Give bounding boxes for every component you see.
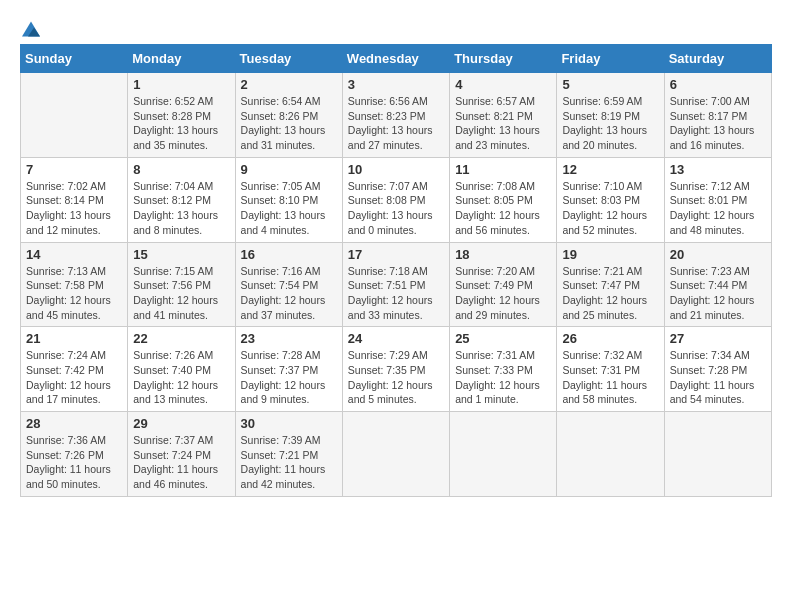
header-day-tuesday: Tuesday bbox=[235, 45, 342, 73]
day-info: Sunrise: 7:07 AMSunset: 8:08 PMDaylight:… bbox=[348, 179, 444, 238]
calendar-cell: 29Sunrise: 7:37 AMSunset: 7:24 PMDayligh… bbox=[128, 412, 235, 497]
calendar-cell: 28Sunrise: 7:36 AMSunset: 7:26 PMDayligh… bbox=[21, 412, 128, 497]
calendar-cell: 2Sunrise: 6:54 AMSunset: 8:26 PMDaylight… bbox=[235, 73, 342, 158]
logo-icon bbox=[22, 20, 40, 38]
day-number: 24 bbox=[348, 331, 444, 346]
calendar-header-row: SundayMondayTuesdayWednesdayThursdayFrid… bbox=[21, 45, 772, 73]
day-number: 12 bbox=[562, 162, 658, 177]
day-number: 4 bbox=[455, 77, 551, 92]
day-info: Sunrise: 7:21 AMSunset: 7:47 PMDaylight:… bbox=[562, 264, 658, 323]
day-number: 7 bbox=[26, 162, 122, 177]
calendar-cell: 14Sunrise: 7:13 AMSunset: 7:58 PMDayligh… bbox=[21, 242, 128, 327]
day-info: Sunrise: 7:12 AMSunset: 8:01 PMDaylight:… bbox=[670, 179, 766, 238]
day-number: 23 bbox=[241, 331, 337, 346]
calendar-cell: 21Sunrise: 7:24 AMSunset: 7:42 PMDayligh… bbox=[21, 327, 128, 412]
day-info: Sunrise: 6:54 AMSunset: 8:26 PMDaylight:… bbox=[241, 94, 337, 153]
calendar-cell bbox=[342, 412, 449, 497]
calendar-cell: 25Sunrise: 7:31 AMSunset: 7:33 PMDayligh… bbox=[450, 327, 557, 412]
calendar-cell: 8Sunrise: 7:04 AMSunset: 8:12 PMDaylight… bbox=[128, 157, 235, 242]
calendar-cell: 12Sunrise: 7:10 AMSunset: 8:03 PMDayligh… bbox=[557, 157, 664, 242]
calendar-cell: 19Sunrise: 7:21 AMSunset: 7:47 PMDayligh… bbox=[557, 242, 664, 327]
day-number: 26 bbox=[562, 331, 658, 346]
day-number: 21 bbox=[26, 331, 122, 346]
calendar-cell: 11Sunrise: 7:08 AMSunset: 8:05 PMDayligh… bbox=[450, 157, 557, 242]
day-info: Sunrise: 7:29 AMSunset: 7:35 PMDaylight:… bbox=[348, 348, 444, 407]
calendar-cell: 3Sunrise: 6:56 AMSunset: 8:23 PMDaylight… bbox=[342, 73, 449, 158]
day-info: Sunrise: 7:31 AMSunset: 7:33 PMDaylight:… bbox=[455, 348, 551, 407]
calendar-cell: 27Sunrise: 7:34 AMSunset: 7:28 PMDayligh… bbox=[664, 327, 771, 412]
day-number: 2 bbox=[241, 77, 337, 92]
day-number: 29 bbox=[133, 416, 229, 431]
day-number: 14 bbox=[26, 247, 122, 262]
calendar-cell: 6Sunrise: 7:00 AMSunset: 8:17 PMDaylight… bbox=[664, 73, 771, 158]
day-info: Sunrise: 7:08 AMSunset: 8:05 PMDaylight:… bbox=[455, 179, 551, 238]
day-info: Sunrise: 6:57 AMSunset: 8:21 PMDaylight:… bbox=[455, 94, 551, 153]
day-number: 27 bbox=[670, 331, 766, 346]
header-day-monday: Monday bbox=[128, 45, 235, 73]
day-info: Sunrise: 7:23 AMSunset: 7:44 PMDaylight:… bbox=[670, 264, 766, 323]
calendar-cell: 15Sunrise: 7:15 AMSunset: 7:56 PMDayligh… bbox=[128, 242, 235, 327]
day-number: 8 bbox=[133, 162, 229, 177]
calendar-cell: 13Sunrise: 7:12 AMSunset: 8:01 PMDayligh… bbox=[664, 157, 771, 242]
header-day-friday: Friday bbox=[557, 45, 664, 73]
day-number: 16 bbox=[241, 247, 337, 262]
calendar-cell: 30Sunrise: 7:39 AMSunset: 7:21 PMDayligh… bbox=[235, 412, 342, 497]
day-info: Sunrise: 7:04 AMSunset: 8:12 PMDaylight:… bbox=[133, 179, 229, 238]
calendar-week-row: 1Sunrise: 6:52 AMSunset: 8:28 PMDaylight… bbox=[21, 73, 772, 158]
day-info: Sunrise: 7:20 AMSunset: 7:49 PMDaylight:… bbox=[455, 264, 551, 323]
calendar-cell: 5Sunrise: 6:59 AMSunset: 8:19 PMDaylight… bbox=[557, 73, 664, 158]
calendar-cell bbox=[664, 412, 771, 497]
day-number: 6 bbox=[670, 77, 766, 92]
day-info: Sunrise: 7:32 AMSunset: 7:31 PMDaylight:… bbox=[562, 348, 658, 407]
calendar-week-row: 7Sunrise: 7:02 AMSunset: 8:14 PMDaylight… bbox=[21, 157, 772, 242]
calendar-cell bbox=[450, 412, 557, 497]
day-number: 25 bbox=[455, 331, 551, 346]
day-info: Sunrise: 7:16 AMSunset: 7:54 PMDaylight:… bbox=[241, 264, 337, 323]
day-info: Sunrise: 7:10 AMSunset: 8:03 PMDaylight:… bbox=[562, 179, 658, 238]
day-number: 5 bbox=[562, 77, 658, 92]
header-day-thursday: Thursday bbox=[450, 45, 557, 73]
day-info: Sunrise: 6:59 AMSunset: 8:19 PMDaylight:… bbox=[562, 94, 658, 153]
calendar-cell: 20Sunrise: 7:23 AMSunset: 7:44 PMDayligh… bbox=[664, 242, 771, 327]
calendar-cell: 26Sunrise: 7:32 AMSunset: 7:31 PMDayligh… bbox=[557, 327, 664, 412]
calendar-cell: 18Sunrise: 7:20 AMSunset: 7:49 PMDayligh… bbox=[450, 242, 557, 327]
calendar-cell: 22Sunrise: 7:26 AMSunset: 7:40 PMDayligh… bbox=[128, 327, 235, 412]
calendar-cell: 16Sunrise: 7:16 AMSunset: 7:54 PMDayligh… bbox=[235, 242, 342, 327]
day-info: Sunrise: 7:18 AMSunset: 7:51 PMDaylight:… bbox=[348, 264, 444, 323]
calendar-week-row: 21Sunrise: 7:24 AMSunset: 7:42 PMDayligh… bbox=[21, 327, 772, 412]
day-number: 1 bbox=[133, 77, 229, 92]
day-number: 9 bbox=[241, 162, 337, 177]
day-info: Sunrise: 7:24 AMSunset: 7:42 PMDaylight:… bbox=[26, 348, 122, 407]
day-number: 30 bbox=[241, 416, 337, 431]
day-info: Sunrise: 7:02 AMSunset: 8:14 PMDaylight:… bbox=[26, 179, 122, 238]
day-info: Sunrise: 7:34 AMSunset: 7:28 PMDaylight:… bbox=[670, 348, 766, 407]
day-info: Sunrise: 7:13 AMSunset: 7:58 PMDaylight:… bbox=[26, 264, 122, 323]
day-number: 19 bbox=[562, 247, 658, 262]
day-number: 3 bbox=[348, 77, 444, 92]
logo bbox=[20, 20, 40, 34]
day-info: Sunrise: 7:39 AMSunset: 7:21 PMDaylight:… bbox=[241, 433, 337, 492]
day-info: Sunrise: 7:37 AMSunset: 7:24 PMDaylight:… bbox=[133, 433, 229, 492]
calendar-week-row: 28Sunrise: 7:36 AMSunset: 7:26 PMDayligh… bbox=[21, 412, 772, 497]
day-info: Sunrise: 7:28 AMSunset: 7:37 PMDaylight:… bbox=[241, 348, 337, 407]
day-number: 20 bbox=[670, 247, 766, 262]
day-number: 15 bbox=[133, 247, 229, 262]
calendar-table: SundayMondayTuesdayWednesdayThursdayFrid… bbox=[20, 44, 772, 497]
day-number: 28 bbox=[26, 416, 122, 431]
calendar-cell: 7Sunrise: 7:02 AMSunset: 8:14 PMDaylight… bbox=[21, 157, 128, 242]
calendar-cell: 9Sunrise: 7:05 AMSunset: 8:10 PMDaylight… bbox=[235, 157, 342, 242]
day-number: 17 bbox=[348, 247, 444, 262]
day-number: 22 bbox=[133, 331, 229, 346]
day-info: Sunrise: 7:05 AMSunset: 8:10 PMDaylight:… bbox=[241, 179, 337, 238]
day-info: Sunrise: 6:52 AMSunset: 8:28 PMDaylight:… bbox=[133, 94, 229, 153]
day-info: Sunrise: 7:36 AMSunset: 7:26 PMDaylight:… bbox=[26, 433, 122, 492]
day-info: Sunrise: 6:56 AMSunset: 8:23 PMDaylight:… bbox=[348, 94, 444, 153]
page-header bbox=[20, 20, 772, 34]
day-number: 18 bbox=[455, 247, 551, 262]
header-day-sunday: Sunday bbox=[21, 45, 128, 73]
day-number: 10 bbox=[348, 162, 444, 177]
header-day-saturday: Saturday bbox=[664, 45, 771, 73]
calendar-cell: 10Sunrise: 7:07 AMSunset: 8:08 PMDayligh… bbox=[342, 157, 449, 242]
day-info: Sunrise: 7:00 AMSunset: 8:17 PMDaylight:… bbox=[670, 94, 766, 153]
calendar-cell: 4Sunrise: 6:57 AMSunset: 8:21 PMDaylight… bbox=[450, 73, 557, 158]
